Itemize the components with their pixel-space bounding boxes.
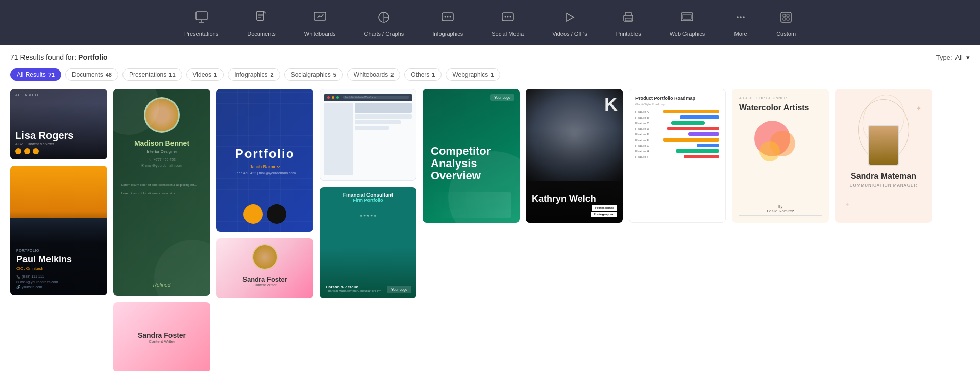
card-paul[interactable]: Portfolio Paul Melkins CIO, Omnitech 📞 (… (10, 166, 107, 295)
sandra-foster-role: Content Writer (149, 339, 175, 344)
filter-tabs: All Results 71 Documents 48 Presentation… (10, 68, 970, 81)
filter-videos[interactable]: Videos 1 (186, 68, 224, 81)
nav-printables[interactable]: Printables (602, 7, 655, 40)
filter-all[interactable]: All Results 71 (10, 68, 61, 81)
filter-documents[interactable]: Documents 48 (65, 68, 118, 81)
sandra-mateman-role: Communication Manager (850, 183, 917, 188)
type-label: Type: (936, 54, 952, 61)
nav-more[interactable]: More (719, 7, 762, 40)
card-watercolor[interactable]: A Guide for Beginner Watercolor Artists … (732, 89, 829, 223)
results-query: Portfolio (78, 53, 108, 61)
roadmap-title: Product Portfolio Roadmap (635, 96, 719, 101)
sandra-mateman-name: Sandra Mateman (851, 172, 916, 181)
type-dropdown[interactable]: All ▾ (955, 54, 970, 61)
nav-whiteboards[interactable]: Whiteboards (290, 7, 350, 40)
filter-whiteboards-label: Whiteboards (354, 71, 388, 78)
nav-custom[interactable]: Custom (762, 7, 810, 40)
card-sandra-mateman[interactable]: Sandra Mateman Communication Manager ✦ ✦ (835, 89, 932, 223)
svg-rect-0 (196, 12, 207, 20)
svg-marker-18 (567, 13, 574, 21)
videos-label: Videos / GIF's (552, 31, 587, 37)
more-icon (733, 10, 748, 27)
col-6: K Kathryn Welch Professional Photographe… (526, 89, 623, 223)
card-sandra-foster-2[interactable]: Sandra Foster Content Writer (216, 238, 313, 298)
whiteboards-icon (313, 10, 327, 27)
col-9: Sandra Mateman Communication Manager ✦ ✦ (835, 89, 932, 223)
svg-point-24 (740, 16, 742, 18)
col-7: Product Portfolio Roadmap Gantt-Style Ro… (629, 89, 726, 223)
charts-icon (377, 10, 391, 27)
filter-infographics-count: 2 (271, 72, 274, 78)
documents-label: Documents (247, 31, 276, 37)
svg-rect-30 (787, 18, 789, 20)
filter-all-label: All Results (17, 71, 46, 78)
svg-point-17 (509, 16, 511, 18)
svg-rect-26 (781, 12, 791, 22)
nav-charts[interactable]: Charts / Graphs (350, 7, 419, 40)
nav-presentations[interactable]: Presentations (170, 7, 233, 40)
infographics-label: Infographics (432, 31, 463, 37)
svg-point-13 (450, 16, 451, 18)
type-selector[interactable]: Type: All ▾ (936, 54, 970, 61)
printables-label: Printables (616, 31, 641, 37)
filter-videos-count: 1 (214, 72, 217, 78)
filter-whiteboards[interactable]: Whiteboards 2 (347, 68, 401, 81)
svg-rect-29 (783, 18, 786, 20)
filter-documents-count: 48 (106, 72, 112, 78)
paul-company: CIO, Omnitech (16, 266, 101, 271)
card-financial-bottom[interactable]: Financial Consultant Firm Portfolio ★ ★ … (320, 187, 416, 298)
watercolor-subtitle: A Guide for Beginner (739, 96, 822, 100)
nav-infographics[interactable]: Infographics (418, 7, 477, 40)
filter-webgraphics[interactable]: Webgraphics 1 (446, 68, 500, 81)
documents-icon (254, 10, 268, 27)
printables-icon (621, 10, 635, 27)
chevron-down-icon: ▾ (966, 54, 970, 61)
svg-point-16 (507, 16, 508, 18)
card-competitor[interactable]: Your Logo Competitor Analysis Overview (423, 89, 520, 223)
portfolio-name: Jacob Ramirez (234, 164, 296, 169)
filter-socialgraphics-label: Socialgraphics (291, 71, 331, 78)
madison-name: Madison Bennet (134, 139, 189, 147)
presentations-icon (194, 10, 209, 27)
filter-others-label: Others (411, 71, 429, 78)
watercolor-title: Watercolor Artists (739, 103, 822, 112)
results-header: 71 Results found for: Portfolio Type: Al… (10, 53, 970, 61)
svg-point-12 (447, 16, 449, 18)
filter-socialgraphics[interactable]: Socialgraphics 5 (284, 68, 343, 81)
lisa-subtitle: A B2B Content Marketer (15, 142, 102, 146)
card-roadmap[interactable]: Product Portfolio Roadmap Gantt-Style Ro… (629, 89, 726, 223)
card-financial-top[interactable]: Portfolio Website Wireframe (320, 89, 416, 181)
svg-rect-27 (783, 14, 786, 17)
filter-webgraphics-count: 1 (491, 72, 494, 78)
card-lisa[interactable]: All About Lisa Rogers A B2B Content Mark… (10, 89, 107, 159)
nav-webgraphics[interactable]: Web Graphics (655, 7, 720, 40)
cards-grid: All About Lisa Rogers A B2B Content Mark… (10, 89, 970, 371)
card-madison[interactable]: Madison Bennet Interior Designer 📞 +777 … (113, 89, 210, 296)
type-value: All (955, 54, 963, 61)
kathryn-badge1: Professional (592, 205, 617, 211)
nav-documents[interactable]: Documents (233, 7, 290, 40)
col-5: Your Logo Competitor Analysis Overview (423, 89, 520, 223)
nav-social[interactable]: Social Media (477, 7, 538, 40)
filter-presentations-label: Presentations (129, 71, 166, 78)
card-sandra-foster[interactable]: Sandra Foster Content Writer (113, 302, 210, 371)
results-count-prefix: 71 Results found for: (10, 53, 76, 61)
card-portfolio[interactable]: Portfolio Jacob Ramirez +777 453 422 | m… (216, 89, 313, 232)
sandra-foster-role-2: Content Writer (254, 283, 277, 287)
kathryn-badge2: Photographer (591, 212, 617, 217)
social-icon (501, 10, 515, 27)
madison-role: Interior Designer (146, 149, 177, 154)
presentations-label: Presentations (184, 31, 218, 37)
col-2: Madison Bennet Interior Designer 📞 +777 … (113, 89, 210, 371)
filter-others[interactable]: Others 1 (404, 68, 442, 81)
financial-title: Financial Consultant (320, 192, 416, 198)
kathryn-name: Kathryn Welch (532, 194, 617, 203)
filter-presentations[interactable]: Presentations 11 (122, 68, 182, 81)
svg-rect-22 (683, 14, 691, 19)
filter-infographics[interactable]: Infographics 2 (228, 68, 280, 81)
card-kathryn[interactable]: K Kathryn Welch Professional Photographe… (526, 89, 623, 223)
infographics-icon (440, 10, 455, 27)
sandra-foster-name: Sandra Foster (138, 331, 186, 339)
watercolor-author: Leslie Ramirez (739, 208, 822, 216)
nav-videos[interactable]: Videos / GIF's (538, 7, 602, 40)
